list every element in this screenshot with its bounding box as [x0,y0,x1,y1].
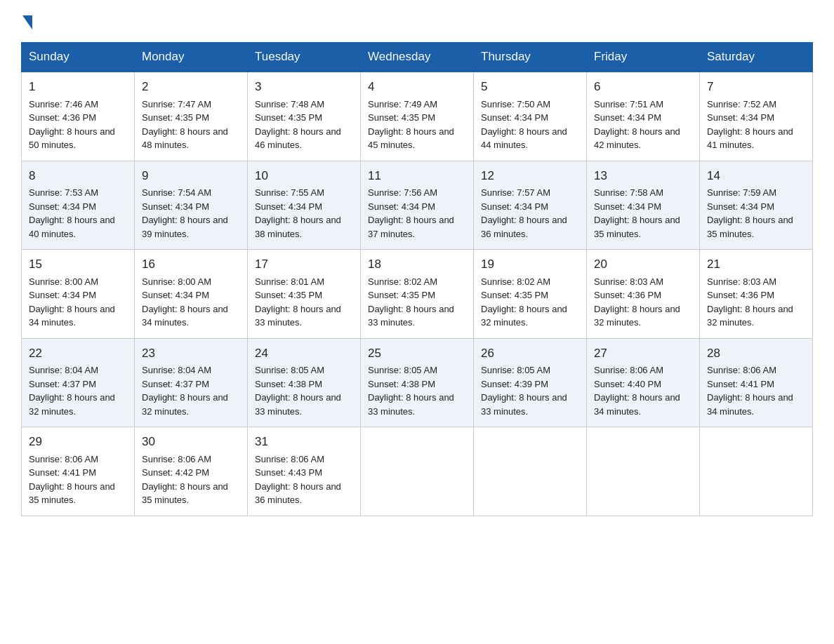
calendar-cell: 31Sunrise: 8:06 AMSunset: 4:43 PMDayligh… [248,427,361,516]
sunset-text: Sunset: 4:39 PM [481,379,548,389]
sunset-text: Sunset: 4:34 PM [594,112,661,123]
calendar-cell: 27Sunrise: 8:06 AMSunset: 4:40 PMDayligh… [587,338,700,427]
sunrise-text: Sunrise: 7:51 AM [594,99,663,109]
daylight-text: Daylight: 8 hours and 40 minutes. [29,215,115,239]
day-number: 24 [255,344,353,363]
calendar-cell: 18Sunrise: 8:02 AMSunset: 4:35 PMDayligh… [361,250,474,339]
calendar-cell: 22Sunrise: 8:04 AMSunset: 4:37 PMDayligh… [22,338,135,427]
sunrise-text: Sunrise: 8:05 AM [255,365,324,375]
header-tuesday: Tuesday [248,43,361,72]
calendar-cell: 13Sunrise: 7:58 AMSunset: 4:34 PMDayligh… [587,161,700,250]
daylight-text: Daylight: 8 hours and 36 minutes. [255,481,341,506]
sunrise-text: Sunrise: 7:47 AM [142,99,211,109]
calendar-cell: 1Sunrise: 7:46 AMSunset: 4:36 PMDaylight… [22,72,135,161]
day-number: 1 [29,78,127,96]
sunset-text: Sunset: 4:34 PM [594,201,661,212]
day-number: 18 [368,255,466,274]
sunset-text: Sunset: 4:37 PM [142,379,209,389]
calendar-cell: 8Sunrise: 7:53 AMSunset: 4:34 PMDaylight… [22,161,135,250]
day-number: 21 [707,255,805,274]
sunrise-text: Sunrise: 7:55 AM [255,187,324,198]
sunrise-text: Sunrise: 8:04 AM [29,365,98,375]
day-number: 30 [142,433,240,451]
day-number: 23 [142,344,240,363]
calendar-cell: 30Sunrise: 8:06 AMSunset: 4:42 PMDayligh… [135,427,248,516]
sunrise-text: Sunrise: 7:49 AM [368,99,437,109]
calendar-cell [587,427,700,516]
sunset-text: Sunset: 4:36 PM [29,112,96,123]
sunset-text: Sunset: 4:38 PM [255,379,322,389]
daylight-text: Daylight: 8 hours and 45 minutes. [368,126,454,151]
sunrise-text: Sunrise: 7:53 AM [29,187,98,198]
sunrise-text: Sunrise: 8:06 AM [707,365,776,375]
day-number: 17 [255,255,353,274]
daylight-text: Daylight: 8 hours and 38 minutes. [255,215,341,239]
calendar-week-row: 29Sunrise: 8:06 AMSunset: 4:41 PMDayligh… [22,427,813,516]
daylight-text: Daylight: 8 hours and 50 minutes. [29,126,115,151]
calendar-cell: 23Sunrise: 8:04 AMSunset: 4:37 PMDayligh… [135,338,248,427]
daylight-text: Daylight: 8 hours and 33 minutes. [255,392,341,417]
header-sunday: Sunday [22,43,135,72]
day-number: 8 [29,167,127,185]
sunrise-text: Sunrise: 7:57 AM [481,187,550,198]
calendar-cell: 10Sunrise: 7:55 AMSunset: 4:34 PMDayligh… [248,161,361,250]
sunset-text: Sunset: 4:36 PM [707,290,774,300]
daylight-text: Daylight: 8 hours and 42 minutes. [594,126,680,151]
calendar-table: SundayMondayTuesdayWednesdayThursdayFrid… [21,42,813,516]
calendar-cell: 17Sunrise: 8:01 AMSunset: 4:35 PMDayligh… [248,250,361,339]
daylight-text: Daylight: 8 hours and 36 minutes. [481,215,567,239]
calendar-cell: 11Sunrise: 7:56 AMSunset: 4:34 PMDayligh… [361,161,474,250]
header-saturday: Saturday [700,43,813,72]
calendar-cell: 5Sunrise: 7:50 AMSunset: 4:34 PMDaylight… [474,72,587,161]
calendar-cell [474,427,587,516]
daylight-text: Daylight: 8 hours and 33 minutes. [368,304,454,328]
calendar-cell [361,427,474,516]
daylight-text: Daylight: 8 hours and 34 minutes. [707,392,793,417]
sunrise-text: Sunrise: 8:01 AM [255,276,324,287]
daylight-text: Daylight: 8 hours and 44 minutes. [481,126,567,151]
daylight-text: Daylight: 8 hours and 46 minutes. [255,126,341,151]
sunrise-text: Sunrise: 8:05 AM [368,365,437,375]
day-number: 22 [29,344,127,363]
logo-triangle-icon [22,15,32,29]
sunset-text: Sunset: 4:34 PM [707,112,774,123]
sunrise-text: Sunrise: 8:02 AM [368,276,437,287]
sunrise-text: Sunrise: 7:59 AM [707,187,776,198]
daylight-text: Daylight: 8 hours and 32 minutes. [707,304,793,328]
daylight-text: Daylight: 8 hours and 41 minutes. [707,126,793,151]
calendar-header-row: SundayMondayTuesdayWednesdayThursdayFrid… [22,43,813,72]
day-number: 20 [594,255,692,274]
daylight-text: Daylight: 8 hours and 35 minutes. [594,215,680,239]
calendar-cell: 24Sunrise: 8:05 AMSunset: 4:38 PMDayligh… [248,338,361,427]
calendar-cell: 29Sunrise: 8:06 AMSunset: 4:41 PMDayligh… [22,427,135,516]
calendar-cell: 3Sunrise: 7:48 AMSunset: 4:35 PMDaylight… [248,72,361,161]
sunset-text: Sunset: 4:35 PM [255,290,322,300]
sunset-text: Sunset: 4:34 PM [29,290,96,300]
day-number: 16 [142,255,240,274]
calendar-week-row: 15Sunrise: 8:00 AMSunset: 4:34 PMDayligh… [22,250,813,339]
daylight-text: Daylight: 8 hours and 35 minutes. [29,481,115,506]
calendar-cell: 28Sunrise: 8:06 AMSunset: 4:41 PMDayligh… [700,338,813,427]
day-number: 28 [707,344,805,363]
day-number: 7 [707,78,805,96]
sunset-text: Sunset: 4:34 PM [255,201,322,212]
header-friday: Friday [587,43,700,72]
sunrise-text: Sunrise: 8:03 AM [707,276,776,287]
calendar-cell: 4Sunrise: 7:49 AMSunset: 4:35 PMDaylight… [361,72,474,161]
sunset-text: Sunset: 4:40 PM [594,379,661,389]
daylight-text: Daylight: 8 hours and 33 minutes. [255,304,341,328]
calendar-cell: 2Sunrise: 7:47 AMSunset: 4:35 PMDaylight… [135,72,248,161]
sunset-text: Sunset: 4:35 PM [368,290,435,300]
sunset-text: Sunset: 4:34 PM [29,201,96,212]
sunset-text: Sunset: 4:34 PM [707,201,774,212]
sunrise-text: Sunrise: 8:06 AM [255,454,324,464]
header-thursday: Thursday [474,43,587,72]
sunrise-text: Sunrise: 8:00 AM [29,276,98,287]
day-number: 25 [368,344,466,363]
sunset-text: Sunset: 4:34 PM [142,201,209,212]
sunrise-text: Sunrise: 7:50 AM [481,99,550,109]
sunset-text: Sunset: 4:38 PM [368,379,435,389]
sunset-text: Sunset: 4:34 PM [481,112,548,123]
sunset-text: Sunset: 4:35 PM [142,112,209,123]
day-number: 2 [142,78,240,96]
